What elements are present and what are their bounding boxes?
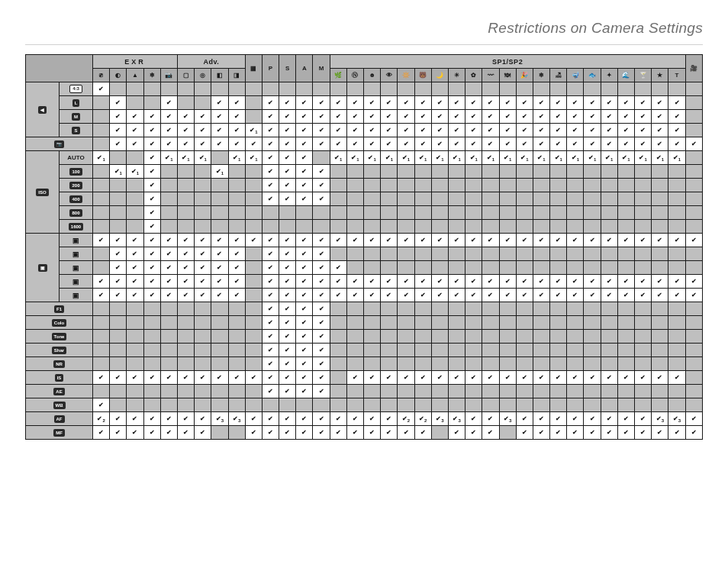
table-cell	[414, 357, 431, 371]
table-cell	[685, 220, 702, 234]
table-cell: ✔	[195, 261, 211, 275]
table-cell: ✔	[296, 344, 313, 357]
table-cell: ✔	[279, 124, 296, 137]
table-cell	[143, 82, 160, 96]
table-cell: ✔	[313, 165, 330, 179]
table-cell: ✔	[110, 261, 127, 275]
table-cell	[414, 220, 431, 234]
table-cell	[431, 357, 448, 371]
table-cell	[279, 206, 296, 220]
table-cell: ✔	[110, 137, 127, 151]
table-cell: ✔	[330, 96, 346, 110]
table-cell: ✔	[482, 275, 499, 289]
table-cell	[516, 206, 533, 220]
table-cell	[499, 426, 516, 440]
table-cell: ✔	[330, 275, 346, 289]
table-cell: ✔1	[533, 151, 549, 165]
table-cell: ✔	[143, 247, 160, 261]
table-cell: ✔	[499, 275, 516, 289]
table-cell	[127, 179, 143, 192]
table-cell	[617, 330, 634, 344]
table-cell	[245, 357, 262, 371]
table-cell: ✔	[635, 412, 652, 426]
table-cell: ✔	[364, 110, 381, 124]
table-cell	[346, 82, 363, 96]
table-cell	[414, 261, 431, 275]
table-row: ▣✔✔✔✔✔✔✔✔✔✔✔✔	[26, 247, 703, 261]
table-cell: ✔	[635, 137, 652, 151]
col-sp-7: ☀	[448, 69, 465, 82]
table-cell	[110, 330, 127, 344]
table-cell: ✔	[177, 426, 194, 440]
table-cell	[499, 330, 516, 344]
table-cell	[652, 206, 668, 220]
table-cell	[398, 179, 414, 192]
table-cell	[431, 302, 448, 316]
table-cell: ✔2	[398, 412, 414, 426]
table-cell: ✔3	[499, 412, 516, 426]
table-cell	[482, 357, 499, 371]
table-cell	[143, 357, 160, 371]
table-cell: ✔	[364, 96, 381, 110]
table-cell: ✔	[296, 110, 313, 124]
table-cell	[431, 385, 448, 398]
table-cell	[601, 398, 617, 412]
table-cell	[482, 192, 499, 206]
table-cell	[346, 398, 363, 412]
table-cell	[381, 316, 398, 330]
table-cell	[127, 330, 143, 344]
table-cell	[245, 220, 262, 234]
row-label: 800	[60, 206, 93, 220]
table-cell: ✔	[381, 275, 398, 289]
table-cell	[330, 330, 346, 344]
row-label: ▣	[60, 289, 93, 302]
table-cell	[685, 357, 702, 371]
table-cell: ✔	[313, 371, 330, 385]
table-cell	[346, 192, 363, 206]
table-cell	[567, 357, 584, 371]
table-cell: ✔	[313, 234, 330, 247]
col-sp-10: 🍽	[499, 69, 516, 82]
table-cell: ✔	[516, 275, 533, 289]
table-cell	[160, 316, 177, 330]
table-cell	[93, 385, 110, 398]
table-cell	[127, 385, 143, 398]
table-cell: ✔	[211, 110, 228, 124]
table-cell: ✔	[262, 371, 279, 385]
table-cell: ✔	[635, 371, 652, 385]
table-cell	[398, 357, 414, 371]
table-cell	[330, 302, 346, 316]
table-cell: ✔	[160, 124, 177, 137]
table-cell	[652, 179, 668, 192]
table-cell	[601, 165, 617, 179]
table-cell	[635, 220, 652, 234]
table-cell: ✔	[279, 330, 296, 344]
table-cell: ✔	[296, 289, 313, 302]
table-cell: ✔	[448, 275, 465, 289]
table-cell	[262, 82, 279, 96]
table-cell	[567, 179, 584, 192]
table-cell: ✔	[279, 151, 296, 165]
table-cell	[499, 316, 516, 330]
table-cell	[567, 247, 584, 261]
col-movie: 🎥	[685, 55, 702, 82]
row-group-label: WB	[26, 398, 93, 412]
table-cell	[516, 344, 533, 357]
table-row: Tone✔✔✔✔	[26, 330, 703, 344]
table-cell	[93, 192, 110, 206]
table-cell	[482, 385, 499, 398]
table-cell	[685, 124, 702, 137]
table-cell: ✔	[635, 289, 652, 302]
table-cell: ✔	[228, 247, 245, 261]
table-cell	[110, 151, 127, 165]
table-cell	[414, 385, 431, 398]
table-cell: ✔1	[211, 165, 228, 179]
table-cell	[245, 165, 262, 179]
table-cell: ✔	[381, 371, 398, 385]
col-exr-3: ❄	[143, 69, 160, 82]
table-cell: ✔	[195, 426, 211, 440]
table-cell: ✔	[228, 110, 245, 124]
table-cell	[567, 316, 584, 330]
table-cell: ✔	[668, 110, 685, 124]
table-cell: ✔	[431, 371, 448, 385]
